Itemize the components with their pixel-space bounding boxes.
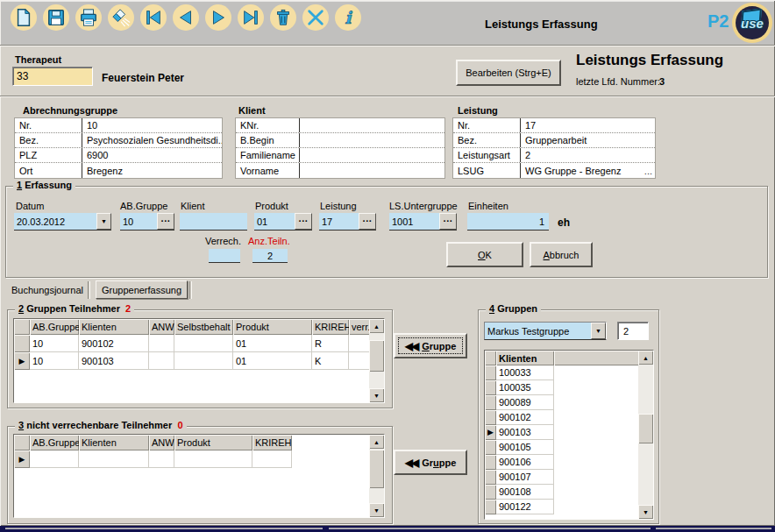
- previous-record-button[interactable]: [173, 4, 199, 31]
- einheiten-input[interactable]: 1: [467, 213, 549, 231]
- scrollbar-down-button[interactable]: ▼: [369, 503, 384, 517]
- gruppen-dropdown[interactable]: Markus Testgruppe ▼: [484, 322, 607, 340]
- table-row-selected[interactable]: ▶: [14, 450, 384, 468]
- row-selector: [485, 380, 496, 395]
- table-row[interactable]: 900089: [485, 395, 653, 410]
- table-row: Leistungsart 2: [453, 148, 655, 163]
- table-row[interactable]: 900105: [485, 440, 653, 455]
- first-record-button[interactable]: [140, 4, 167, 31]
- scrollbar-down-button[interactable]: ▼: [638, 505, 653, 519]
- col-verr[interactable]: verr.: [349, 319, 371, 335]
- einheiten-label: Einheiten: [468, 201, 508, 211]
- tab-gruppenerfassung[interactable]: Gruppenerfassung: [96, 280, 188, 299]
- edit-button[interactable]: Bearbeiten (Strg+E): [456, 60, 561, 86]
- save-button[interactable]: [43, 4, 69, 31]
- taskbar-segment: [329, 528, 651, 529]
- table-row-selected[interactable]: ▶ 10 900103 01 K: [14, 352, 384, 370]
- delete-trash-icon: [274, 8, 293, 27]
- anz-teiln-input[interactable]: 2: [252, 249, 288, 263]
- scrollbar-up-button[interactable]: ▲: [369, 435, 384, 449]
- klient-input[interactable]: [180, 213, 247, 231]
- table-row-selected[interactable]: ▶ 900103: [485, 425, 653, 440]
- row-selector: ▶: [14, 450, 30, 468]
- table-row: Nr. 17: [453, 118, 655, 133]
- chevron-down-icon: ▼: [595, 328, 601, 334]
- abgruppe-lookup-button[interactable]: ···: [157, 213, 174, 230]
- col-abgruppe[interactable]: AB.Gruppe: [30, 435, 79, 450]
- tab-buchungsjournal[interactable]: Buchungsjournal: [11, 285, 83, 295]
- datum-dropdown-button[interactable]: ▼: [96, 213, 111, 230]
- ok-button[interactable]: OK: [446, 242, 523, 267]
- gruppe-transfer-button-1[interactable]: ◀◀ Gruppe: [394, 333, 467, 358]
- col-klienten[interactable]: Klienten: [79, 435, 149, 450]
- scrollbar-thumb[interactable]: [638, 414, 653, 443]
- table-row: Vorname: [236, 163, 444, 178]
- ls-untergruppe-input[interactable]: 1001 ···: [389, 213, 457, 231]
- col-klienten[interactable]: Klienten: [79, 319, 149, 335]
- abrechnungsgruppe-table: Nr. 10 Bez. Psychosozialen Gesundheitsdi…: [14, 117, 223, 179]
- row-value: WG Gruppe - Bregenz...: [521, 163, 655, 178]
- col-krireh[interactable]: KRIREH: [252, 435, 292, 450]
- toolbar: i Leistungs Erfassung P2 use: [1, 1, 774, 45]
- produkt-label: Produkt: [255, 201, 288, 211]
- scrollbar-up-button[interactable]: ▲: [369, 319, 384, 333]
- last-record-button[interactable]: [238, 4, 264, 31]
- ls-untergruppe-label: LS.Untergruppe: [389, 201, 458, 211]
- produkt-lookup-button[interactable]: ···: [295, 213, 312, 230]
- row-selector: [485, 455, 496, 470]
- next-record-button[interactable]: [205, 4, 231, 31]
- info-button[interactable]: i: [335, 4, 361, 31]
- vertical-scrollbar[interactable]: ▲ ▼: [369, 319, 384, 402]
- new-button[interactable]: [11, 4, 37, 31]
- table-row[interactable]: 900108: [485, 485, 653, 500]
- verrech-input[interactable]: [209, 249, 240, 263]
- table-row[interactable]: 900107: [485, 470, 653, 485]
- datum-input[interactable]: 20.03.2012 ▼: [14, 213, 111, 231]
- col-selbstbehalt[interactable]: Selbstbehalt: [174, 319, 233, 335]
- row-label: Bez.: [453, 133, 521, 147]
- ellipsis-icon: ···: [363, 216, 373, 226]
- datum-label: Datum: [16, 201, 44, 211]
- table-row[interactable]: 10 900102 01 R: [14, 335, 384, 352]
- abgruppe-input[interactable]: 10 ···: [120, 213, 174, 231]
- col-produkt[interactable]: Produkt: [233, 319, 312, 335]
- scrollbar-up-button[interactable]: ▲: [638, 351, 653, 365]
- table-row[interactable]: 900106: [485, 455, 653, 470]
- col-anw[interactable]: ANW: [149, 435, 174, 450]
- scrollbar-down-button[interactable]: ▼: [369, 388, 384, 402]
- col-krireh[interactable]: KRIREH: [312, 319, 349, 335]
- header-filler-cell: [554, 351, 640, 365]
- chevron-down-icon: ▼: [101, 218, 107, 224]
- klient-label: Klient: [181, 201, 205, 211]
- col-klienten[interactable]: Klienten: [496, 351, 554, 365]
- vertical-scrollbar[interactable]: ▲ ▼: [638, 351, 653, 519]
- table-row[interactable]: 100035: [485, 380, 653, 395]
- col-anw[interactable]: ANW: [149, 319, 174, 335]
- therapeut-input[interactable]: 33: [12, 67, 93, 86]
- leistung-label: Leistung: [320, 201, 357, 211]
- gruppen-teilnehmer-groupbox: 2 Gruppen Teilnehmer 2 AB.Gruppe Kliente…: [7, 309, 393, 408]
- vertical-scrollbar[interactable]: ▲ ▼: [369, 435, 384, 517]
- gruppe-transfer-button-2[interactable]: ◀◀ Gruppe: [394, 450, 467, 475]
- ls-untergruppe-lookup-button[interactable]: ···: [439, 213, 457, 230]
- table-row[interactable]: 900102: [485, 410, 653, 425]
- search-button[interactable]: [108, 4, 134, 31]
- abbruch-button[interactable]: Abbruch: [530, 242, 593, 267]
- delete-button[interactable]: [270, 4, 296, 31]
- gruppen-dropdown-button[interactable]: ▼: [591, 323, 606, 339]
- gruppen-count-input[interactable]: 2: [617, 322, 649, 340]
- table-row[interactable]: 100033: [485, 365, 653, 380]
- row-label: LSUG: [453, 163, 521, 178]
- leistung-input[interactable]: 17 ···: [319, 213, 376, 231]
- scrollbar-thumb[interactable]: [369, 340, 384, 372]
- print-button[interactable]: [75, 4, 102, 31]
- selected-row-arrow-icon: ▶: [19, 456, 25, 464]
- leistung-lookup-button[interactable]: ···: [359, 213, 376, 230]
- table-row[interactable]: 900122: [485, 500, 653, 514]
- cancel-button[interactable]: [302, 4, 329, 31]
- col-abgruppe[interactable]: AB.Gruppe: [30, 319, 79, 335]
- scrollbar-thumb[interactable]: [369, 450, 384, 488]
- produkt-input[interactable]: 01 ···: [254, 213, 312, 231]
- row-label: Nr.: [453, 118, 521, 132]
- col-produkt[interactable]: Produkt: [174, 435, 252, 450]
